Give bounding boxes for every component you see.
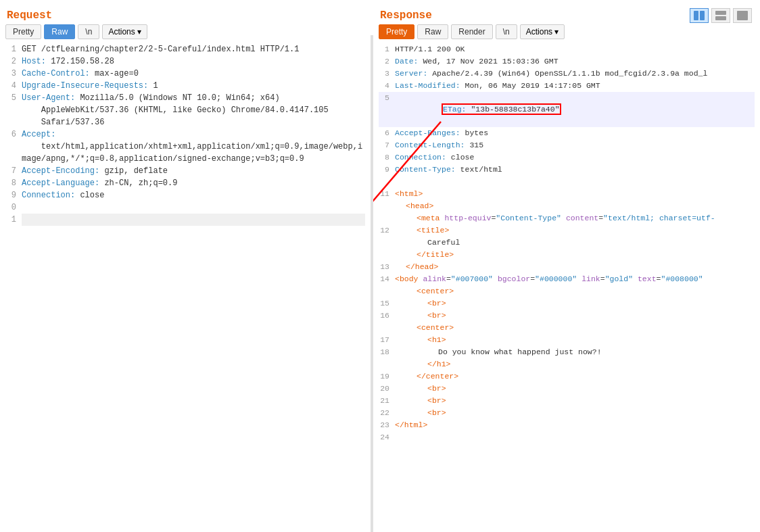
response-line: </h1> [379, 358, 755, 370]
response-line: 23 </html> [379, 419, 755, 431]
response-line: 4 Last-Modified: Mon, 06 May 2019 14:17:… [379, 80, 755, 92]
request-toolbar: Pretty Raw \n Actions ▾ [5, 24, 365, 39]
response-line: <center> [379, 285, 755, 297]
response-line: 18 Do you know what happend just now?! [379, 346, 755, 358]
request-line: 3 Cache-Control: max-age=0 [5, 68, 365, 80]
response-tab-raw[interactable]: Raw [417, 24, 448, 39]
request-code-area[interactable]: 1 GET /ctfLearning/chapter2/2-5-Careful/… [5, 43, 365, 532]
request-line: 4 Upgrade-Insecure-Requests: 1 [5, 80, 365, 92]
request-line: 7 Accept-Encoding: gzip, deflate [5, 165, 365, 177]
request-line: 5 User-Agent: Mozilla/5.0 (Windows NT 10… [5, 92, 365, 128]
response-line: Careful [379, 237, 755, 249]
request-line: 1 [5, 214, 365, 226]
response-panel: Response Pretty Raw Render \n Actions ▾ … [373, 5, 760, 532]
response-line: </title> [379, 249, 755, 261]
response-line: 13 </head> [379, 261, 755, 273]
request-line: 8 Accept-Language: zh-CN, zh;q=0.9 [5, 177, 365, 189]
request-tab-newline[interactable]: \n [78, 24, 99, 39]
request-actions-button[interactable]: Actions ▾ [102, 24, 147, 39]
response-line: 1 HTTP/1.1 200 OK [379, 43, 755, 55]
response-line: 21 <br> [379, 395, 755, 407]
response-line: <head> [379, 200, 755, 212]
response-line: 24 [379, 431, 755, 443]
response-line: 3 Server: Apache/2.4.39 (Win64) OpenSSL/… [379, 68, 755, 80]
request-line: 9 Connection: close [5, 189, 365, 201]
response-actions-label: Actions [526, 27, 552, 37]
response-tab-newline[interactable]: \n [496, 24, 517, 39]
request-tab-pretty[interactable]: Pretty [5, 24, 41, 39]
request-line: 6 Accept: text/html,application/xhtml+xm… [5, 128, 365, 165]
response-line: 22 <br> [379, 407, 755, 419]
request-line: 2 Host: 172.150.58.28 [5, 55, 365, 68]
request-tab-raw[interactable]: Raw [44, 24, 75, 39]
response-line: 2 Date: Wed, 17 Nov 2021 15:03:36 GMT [379, 55, 755, 68]
request-line: 0 [5, 201, 365, 214]
response-title: Response [379, 5, 755, 24]
response-line: 15 <br> [379, 297, 755, 310]
response-line: 12 <title> [379, 224, 755, 237]
response-line: 8 Connection: close [379, 151, 755, 164]
request-actions-chevron: ▾ [137, 27, 141, 37]
response-line: 20 <br> [379, 383, 755, 395]
response-code-area[interactable]: 1 HTTP/1.1 200 OK 2 Date: Wed, 17 Nov 20… [379, 43, 755, 532]
main-layout: Request Pretty Raw \n Actions ▾ 1 GET /c… [0, 0, 760, 532]
response-actions-button[interactable]: Actions ▾ [520, 24, 565, 39]
response-line: 16 <br> [379, 310, 755, 322]
response-line: 7 Content-Length: 315 [379, 139, 755, 151]
response-line: 19 </center> [379, 370, 755, 383]
response-line: <center> [379, 322, 755, 334]
response-tab-render[interactable]: Render [451, 24, 492, 39]
etag-highlight: ETag: "13b-58838c13b7a40" [442, 103, 561, 115]
response-tab-pretty[interactable]: Pretty [379, 24, 414, 39]
response-line: 17 <h1> [379, 334, 755, 346]
response-toolbar: Pretty Raw Render \n Actions ▾ [379, 24, 755, 39]
response-line: <meta http-equiv="Content-Type" content=… [379, 212, 755, 224]
response-actions-chevron: ▾ [554, 27, 559, 37]
request-line: 1 GET /ctfLearning/chapter2/2-5-Careful/… [5, 43, 365, 55]
response-line: 9 Content-Type: text/html [379, 164, 755, 176]
response-line [379, 176, 755, 188]
request-panel: Request Pretty Raw \n Actions ▾ 1 GET /c… [0, 5, 371, 532]
response-line: 14 <body alink="#007000" bgcolor="#00000… [379, 273, 755, 285]
request-actions-label: Actions [108, 27, 135, 37]
response-line: 11 <html> [379, 188, 755, 200]
response-line: 6 Accept-Ranges: bytes [379, 127, 755, 139]
response-line-etag: 5 ETag: "13b-58838c13b7a40" [379, 92, 755, 127]
request-title: Request [5, 5, 365, 24]
